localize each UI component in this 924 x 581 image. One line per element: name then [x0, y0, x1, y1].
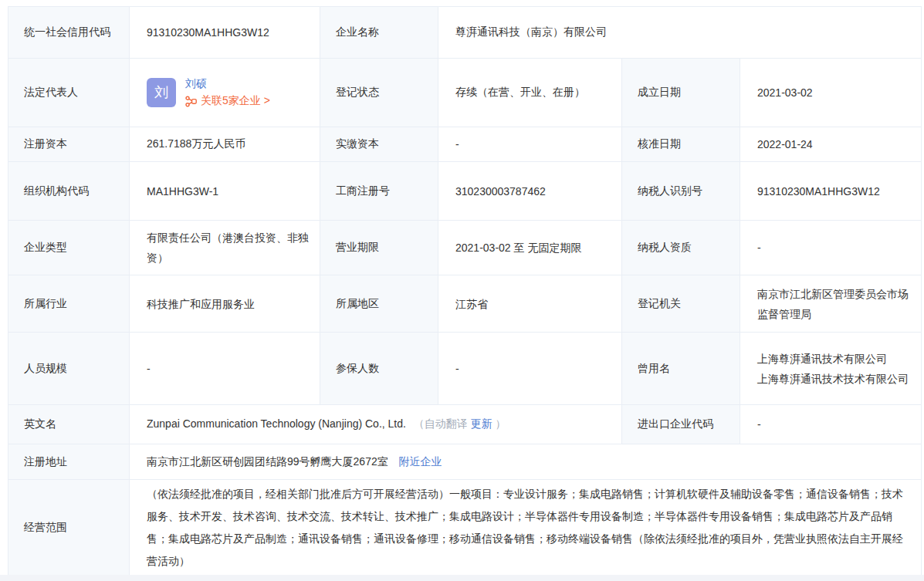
- table-row: 组织机构代码 MA1HHG3W-1 工商注册号 310230003787462 …: [8, 162, 922, 221]
- table-row: 注册资本 261.7188万元人民币 实缴资本 - 核准日期 2022-01-2…: [8, 127, 922, 162]
- value-company-type: 有限责任公司（港澳台投资、非独资）: [130, 221, 320, 275]
- value-industry: 科技推广和应用服务业: [130, 275, 320, 333]
- address-text: 南京市江北新区研创园团结路99号孵鹰大厦2672室: [147, 455, 388, 468]
- label-business-term: 营业期限: [320, 221, 438, 275]
- label-staff-size: 人员规模: [8, 333, 130, 405]
- label-company-name: 企业名称: [320, 7, 438, 59]
- value-business-reg-number: 310230003787462: [438, 162, 622, 221]
- company-registration-table: 统一社会信用代码 91310230MA1HHG3W12 企业名称 尊湃通讯科技（…: [8, 6, 922, 576]
- label-business-scope: 经营范围: [8, 480, 130, 576]
- value-registered-capital: 261.7188万元人民币: [130, 127, 320, 162]
- value-business-term: 2021-03-02 至 无固定期限: [438, 221, 622, 275]
- label-credit-code: 统一社会信用代码: [8, 7, 130, 59]
- value-legal-representative: 刘 刘硕: [130, 59, 320, 127]
- value-company-name: 尊湃通讯科技（南京）有限公司: [438, 7, 922, 59]
- value-establish-date: 2021-03-02: [740, 59, 922, 127]
- table-row: 统一社会信用代码 91310230MA1HHG3W12 企业名称 尊湃通讯科技（…: [8, 7, 922, 59]
- related-companies-label: 关联5家企业 >: [201, 94, 270, 108]
- value-region: 江苏省: [438, 275, 622, 333]
- table-row: 法定代表人 刘 刘硕: [8, 59, 922, 127]
- value-taxpayer-qualification: -: [740, 221, 922, 275]
- label-industry: 所属行业: [8, 275, 130, 333]
- table-row: 注册地址 南京市江北新区研创园团结路99号孵鹰大厦2672室 附近企业: [8, 444, 922, 480]
- label-registration-status: 登记状态: [320, 59, 438, 127]
- page-bottom-strip: [0, 575, 924, 581]
- label-legal-representative: 法定代表人: [8, 59, 130, 127]
- table-row: 人员规模 - 参保人数 - 曾用名 上海尊湃通讯技术有限公司 上海尊湃通讯技术技…: [8, 333, 922, 405]
- label-company-type: 企业类型: [8, 221, 130, 275]
- value-registration-status: 存续（在营、开业、在册）: [438, 59, 622, 127]
- label-insured-count: 参保人数: [320, 333, 438, 405]
- label-region: 所属地区: [320, 275, 438, 333]
- nearby-companies-link[interactable]: 附近企业: [399, 455, 442, 468]
- value-taxpayer-id: 91310230MA1HHG3W12: [740, 162, 922, 221]
- label-taxpayer-qualification: 纳税人资质: [622, 221, 740, 275]
- value-credit-code: 91310230MA1HHG3W12: [130, 7, 320, 59]
- former-name-1: 上海尊湃通讯技术有限公司: [757, 349, 910, 369]
- value-business-scope: （依法须经批准的项目，经相关部门批准后方可开展经营活动）一般项目：专业设计服务；…: [130, 480, 922, 576]
- label-registered-address: 注册地址: [8, 444, 130, 480]
- value-registered-address: 南京市江北新区研创园团结路99号孵鹰大厦2672室 附近企业: [130, 444, 922, 480]
- label-paid-in-capital: 实缴资本: [320, 127, 438, 162]
- legal-rep-avatar[interactable]: 刘: [147, 78, 176, 107]
- table-row: 英文名 Zunpai Communication Technology (Nan…: [8, 405, 922, 444]
- value-paid-in-capital: -: [438, 127, 622, 162]
- table-row: 所属行业 科技推广和应用服务业 所属地区 江苏省 登记机关 南京市江北新区管理委…: [8, 275, 922, 333]
- related-companies-link[interactable]: 关联5家企业 >: [185, 94, 270, 108]
- value-former-names: 上海尊湃通讯技术有限公司 上海尊湃通讯技术技术有限公司: [740, 333, 922, 405]
- value-english-name: Zunpai Communication Technology (Nanjing…: [130, 405, 622, 444]
- value-approval-date: 2022-01-24: [740, 127, 922, 162]
- label-org-code: 组织机构代码: [8, 162, 130, 221]
- label-registered-capital: 注册资本: [8, 127, 130, 162]
- value-insured-count: -: [438, 333, 622, 405]
- label-former-names: 曾用名: [622, 333, 740, 405]
- label-registration-authority: 登记机关: [622, 275, 740, 333]
- company-info-page: 统一社会信用代码 91310230MA1HHG3W12 企业名称 尊湃通讯科技（…: [0, 0, 924, 581]
- auto-translate-prefix: （自动翻译: [414, 417, 471, 430]
- table-row: 经营范围 （依法须经批准的项目，经相关部门批准后方可开展经营活动）一般项目：专业…: [8, 480, 922, 576]
- update-translation-link[interactable]: 更新: [471, 417, 492, 430]
- value-org-code: MA1HHG3W-1: [130, 162, 320, 221]
- english-name-text: Zunpai Communication Technology (Nanjing…: [147, 417, 406, 430]
- label-business-reg-number: 工商注册号: [320, 162, 438, 221]
- label-import-export-code: 进出口企业代码: [622, 405, 740, 444]
- value-registration-authority: 南京市江北新区管理委员会市场监督管理局: [740, 275, 922, 333]
- label-establish-date: 成立日期: [622, 59, 740, 127]
- legal-rep-name-link[interactable]: 刘硕: [185, 77, 270, 91]
- value-import-export-code: -: [740, 405, 922, 444]
- label-approval-date: 核准日期: [622, 127, 740, 162]
- label-english-name: 英文名: [8, 405, 130, 444]
- auto-translate-suffix: ）: [492, 417, 506, 430]
- former-name-2: 上海尊湃通讯技术技术有限公司: [757, 369, 910, 389]
- table-row: 企业类型 有限责任公司（港澳台投资、非独资） 营业期限 2021-03-02 至…: [8, 221, 922, 275]
- relation-graph-icon: [185, 96, 197, 107]
- auto-translate-note: （自动翻译 更新 ）: [414, 417, 506, 430]
- value-staff-size: -: [130, 333, 320, 405]
- label-taxpayer-id: 纳税人识别号: [622, 162, 740, 221]
